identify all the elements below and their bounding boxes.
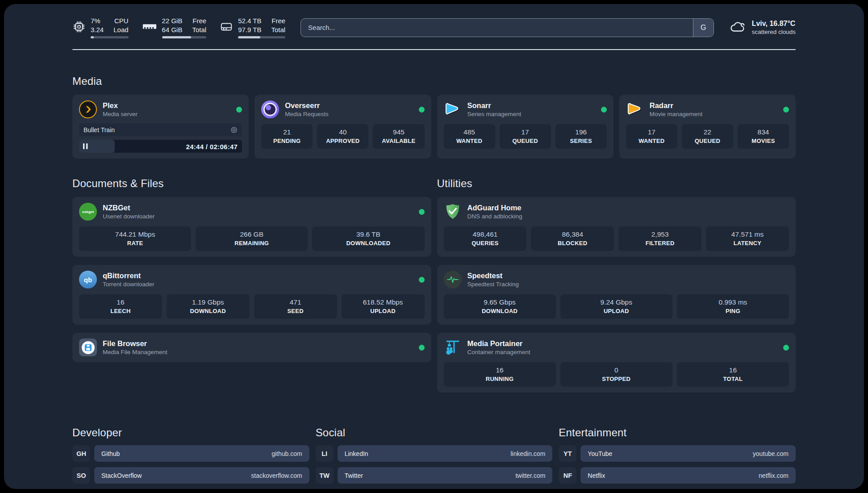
overseerr-card[interactable]: Overseerr Media Requests 21 PENDING 40 A… <box>255 95 431 159</box>
status-dot <box>419 277 425 283</box>
stat-tile: 0.993 ms PING <box>677 294 789 319</box>
section-title-documents: Documents & Files <box>72 177 431 190</box>
app-name: Media Portainer <box>467 339 530 348</box>
stat-tile: 21 PENDING <box>261 124 313 149</box>
stat-value: 9.65 Gbps <box>446 298 554 306</box>
qbittorrent-card[interactable]: qb qBittorrent Torrent downloader 16 LEE… <box>72 265 431 325</box>
stat-label: QUEUED <box>684 138 731 144</box>
stat-label: LATENCY <box>708 240 787 246</box>
portainer-card[interactable]: Media Portainer Container management 16 … <box>437 333 796 393</box>
stat-label: AVAILABLE <box>375 138 422 144</box>
link-linkedin[interactable]: LI LinkedInlinkedin.com <box>316 445 553 462</box>
app-description: Torrent downloader <box>103 281 154 288</box>
app-description: Usenet downloader <box>103 213 154 220</box>
app-description: Movie management <box>650 111 703 117</box>
stat-tile: 9.24 Gbps UPLOAD <box>560 294 672 319</box>
search-input[interactable] <box>301 19 693 37</box>
stat-tile: 16 TOTAL <box>677 362 789 387</box>
stat-value: 834 <box>739 128 787 136</box>
app-name: NZBGet <box>103 204 154 212</box>
plex-card[interactable]: Plex Media server Bullet Train 24:44 / 0… <box>72 95 249 159</box>
search-engine-button[interactable]: G <box>693 19 714 37</box>
stat-label: DOWNLOADED <box>314 240 422 246</box>
adguard-card[interactable]: AdGuard Home DNS and adblocking 498,461 … <box>437 197 796 257</box>
stat-label: QUERIES <box>446 240 525 246</box>
now-playing-bar: Bullet Train <box>79 123 242 136</box>
link-url: twitter.com <box>515 472 545 479</box>
stat-value: 16 <box>81 298 160 306</box>
stat-tile: 744.21 Mbps RATE <box>79 226 191 251</box>
stat-value: 16 <box>679 366 787 374</box>
link-name: StackOverflow <box>101 472 142 479</box>
stat-value: 1.19 Gbps <box>168 298 248 306</box>
header-divider <box>72 49 796 50</box>
link-github[interactable]: GH Githubgithub.com <box>72 445 309 462</box>
media-session-icon[interactable] <box>230 126 238 134</box>
playback-progress[interactable]: 24:44 / 02:06:47 <box>79 140 242 153</box>
link-name: Github <box>101 450 120 457</box>
cpu-progress-fill <box>91 36 94 38</box>
stat-label: WANTED <box>628 138 676 144</box>
header: 7% 3.24 CPU Load <box>72 17 796 38</box>
stat-tile: 17 QUEUED <box>500 124 551 149</box>
stat-label: APPROVED <box>319 138 367 144</box>
app-name: Speedtest <box>467 272 519 280</box>
stat-label: WANTED <box>446 138 493 144</box>
entertainment-links-section: Entertainment YT YouTubeyoutube.com NF N… <box>559 426 796 489</box>
stat-tile: 9.65 Gbps DOWNLOAD <box>444 294 556 319</box>
nzbget-card[interactable]: nzbget NZBGet Usenet downloader 744.21 M… <box>72 197 431 257</box>
stat-value: 485 <box>446 128 493 136</box>
stat-value: 17 <box>501 128 549 136</box>
stat-value: 744.21 Mbps <box>81 230 189 238</box>
stat-tile: 16 RUNNING <box>444 362 556 387</box>
speedtest-card[interactable]: Speedtest Speedtest Tracking 9.65 Gbps D… <box>437 265 796 325</box>
radarr-card[interactable]: Radarr Movie management 17 WANTED 22 QUE… <box>619 95 796 159</box>
stat-label: DOWNLOAD <box>168 308 248 314</box>
stat-label: TOTAL <box>679 376 787 382</box>
stat-label: LEECH <box>81 308 160 314</box>
ram-stat: 22 GiB 64 GiB Free Total <box>142 17 207 38</box>
stat-value: 40 <box>319 128 367 136</box>
dashboard: 7% 3.24 CPU Load <box>4 4 864 489</box>
stat-value: 22 <box>684 128 731 136</box>
link-url: linkedin.com <box>511 450 546 457</box>
filebrowser-icon <box>79 338 97 356</box>
stat-value: 9.24 Gbps <box>562 298 671 306</box>
status-dot <box>419 345 425 351</box>
link-stackoverflow[interactable]: SO StackOverflowstackoverflow.com <box>72 467 309 484</box>
pause-icon <box>83 143 88 149</box>
status-dot <box>783 107 789 113</box>
ram-total-value: 64 GiB <box>162 25 183 34</box>
stat-value: 266 GB <box>197 230 306 238</box>
cpu-load-value: 3.24 <box>91 25 104 34</box>
link-url: github.com <box>271 450 302 457</box>
stat-tile: 945 AVAILABLE <box>373 124 424 149</box>
stat-label: STOPPED <box>562 376 671 382</box>
radarr-icon <box>626 100 644 118</box>
section-title-social: Social <box>316 426 553 439</box>
stat-tile: 16 LEECH <box>79 294 162 319</box>
stat-value: 498,461 <box>446 230 525 238</box>
stat-value: 0.993 ms <box>679 298 787 306</box>
cpu-label: CPU <box>113 17 128 25</box>
stat-tile: 40 APPROVED <box>317 124 368 149</box>
nzbget-icon: nzbget <box>79 203 97 221</box>
app-name: Plex <box>103 101 138 110</box>
weather-location: Lviv, 16.87°C <box>752 20 796 28</box>
app-description: Container management <box>467 349 530 355</box>
disk-progress-fill <box>238 36 260 38</box>
link-netflix[interactable]: NF Netflixnetflix.com <box>559 467 796 484</box>
stat-value: 471 <box>256 298 335 306</box>
sonarr-card[interactable]: Sonarr Series management 485 WANTED 17 Q… <box>437 95 613 159</box>
playback-progress-fill <box>79 140 115 153</box>
stat-tile: 196 SERIES <box>555 124 607 149</box>
ram-free-value: 22 GiB <box>162 17 183 25</box>
stat-label: MOVIES <box>739 138 787 144</box>
link-twitter[interactable]: TW Twittertwitter.com <box>316 467 553 484</box>
status-dot <box>419 107 425 113</box>
link-youtube[interactable]: YT YouTubeyoutube.com <box>559 445 796 462</box>
section-title-entertainment: Entertainment <box>559 426 796 439</box>
link-tag: NF <box>559 467 576 484</box>
plex-icon <box>79 100 97 118</box>
filebrowser-card[interactable]: File Browser Media File Management <box>72 333 431 362</box>
